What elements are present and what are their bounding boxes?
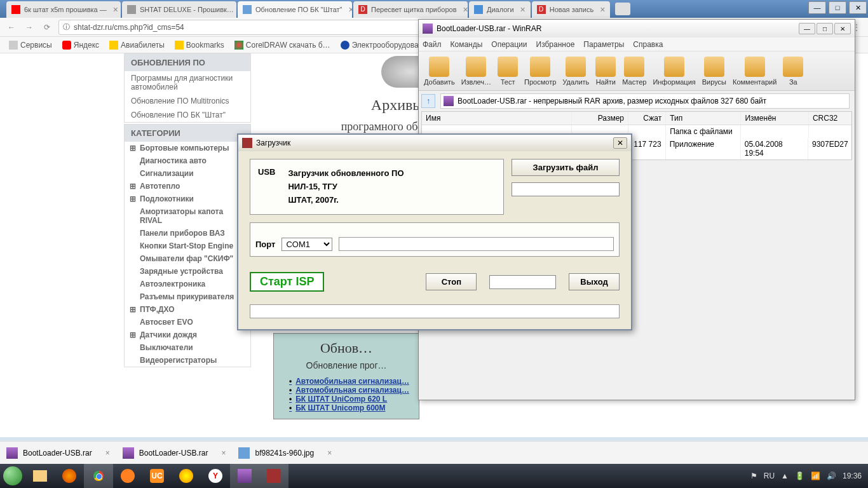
col-size[interactable]: Размер bbox=[572, 112, 628, 125]
browser-tab-active[interactable]: Обновление ПО БК "Штат"× bbox=[238, 1, 352, 18]
reload-button[interactable]: ⟳ bbox=[41, 21, 53, 34]
category-item[interactable]: Разъемы прикуривателя bbox=[125, 290, 250, 303]
category-item[interactable]: ПТФ,ДХО bbox=[125, 303, 250, 316]
browser-tab[interactable]: DНовая запись× bbox=[532, 1, 611, 18]
apps-button[interactable]: Сервисы bbox=[5, 39, 56, 51]
battery-icon[interactable]: 🔋 bbox=[795, 471, 804, 480]
category-item[interactable]: Сигнализации bbox=[125, 167, 250, 180]
category-item[interactable]: Диагностика авто bbox=[125, 154, 250, 167]
category-item[interactable]: Автотепло bbox=[125, 180, 250, 193]
tray-flag-icon[interactable]: ⚑ bbox=[750, 471, 757, 480]
task-explorer[interactable] bbox=[25, 464, 55, 488]
close-icon[interactable]: × bbox=[105, 449, 110, 458]
start-isp-button[interactable]: Старт ISP bbox=[250, 272, 324, 292]
close-icon[interactable]: × bbox=[520, 4, 526, 15]
download-link[interactable]: БК ШТАТ UniComp 620 L bbox=[289, 395, 412, 403]
sidebar-link[interactable]: Программы для диагностики автомобилей bbox=[125, 71, 250, 94]
col-pack[interactable]: Сжат bbox=[628, 112, 666, 125]
explorer-item[interactable]: bf98241s-960.jpg× bbox=[238, 447, 332, 459]
loader-titlebar[interactable]: Загрузчик ✕ bbox=[238, 135, 631, 151]
tray-icon[interactable]: ▲ bbox=[781, 471, 789, 480]
download-link[interactable]: Автомобильная сигнализац… bbox=[289, 377, 412, 386]
download-link[interactable]: Автомобильная сигнализац… bbox=[289, 386, 412, 395]
category-item[interactable]: Амортизаторы капота RIVAL bbox=[125, 205, 250, 227]
col-type[interactable]: Тип bbox=[666, 112, 741, 125]
download-link[interactable]: БК ШТАТ Unicomp 600M bbox=[289, 403, 412, 412]
col-crc[interactable]: CRC32 bbox=[809, 112, 851, 125]
winrar-titlebar[interactable]: BootLoader-USB.rar - WinRAR — □ ✕ bbox=[419, 20, 855, 37]
volume-icon[interactable]: 🔊 bbox=[827, 471, 836, 480]
toolbar-button[interactable]: Информация bbox=[650, 55, 698, 87]
toolbar-button[interactable]: Извлеч… bbox=[459, 55, 494, 87]
bookmark-item[interactable]: CorelDRAW скачать б… bbox=[231, 39, 334, 51]
task-yandex[interactable]: Y bbox=[201, 464, 230, 488]
new-tab-button[interactable] bbox=[615, 3, 630, 15]
task-uc[interactable]: UC bbox=[142, 464, 172, 488]
menu-item[interactable]: Файл bbox=[423, 40, 442, 49]
menu-item[interactable]: Операции bbox=[491, 40, 527, 49]
port-select[interactable]: COM1 bbox=[281, 238, 332, 251]
close-icon[interactable]: × bbox=[600, 4, 605, 15]
close-icon[interactable]: × bbox=[349, 4, 353, 15]
clock[interactable]: 19:36 bbox=[843, 471, 862, 480]
category-item[interactable]: Видеорегистраторы bbox=[125, 354, 250, 367]
category-item[interactable]: Кнопки Start-Stop Engine bbox=[125, 240, 250, 252]
toolbar-button[interactable]: За bbox=[780, 55, 806, 87]
sidebar-link[interactable]: Обновление ПО Multitronics bbox=[125, 94, 250, 108]
toolbar-button[interactable]: Тест bbox=[495, 55, 520, 87]
task-loader[interactable] bbox=[259, 464, 288, 488]
close-icon[interactable]: × bbox=[113, 4, 118, 15]
back-button[interactable]: ← bbox=[5, 21, 18, 34]
network-icon[interactable]: 📶 bbox=[811, 471, 820, 480]
browser-tab[interactable]: SHTAT DELUXE - Прошивк…× bbox=[122, 1, 236, 18]
category-item[interactable]: Датчики дождя bbox=[125, 329, 250, 341]
browser-tab[interactable]: 6к штат x5m прошивка —× bbox=[6, 1, 121, 18]
category-item[interactable]: Зарядные устройства bbox=[125, 265, 250, 278]
toolbar-button[interactable]: Найти bbox=[593, 55, 618, 87]
category-item[interactable]: Бортовые компьютеры bbox=[125, 142, 250, 154]
path-bar[interactable]: BootLoader-USB.rar - непрерывный RAR арх… bbox=[440, 93, 850, 109]
start-button[interactable] bbox=[0, 464, 25, 488]
load-file-button[interactable]: Загрузить файл bbox=[512, 159, 620, 176]
category-item[interactable]: Выключатели bbox=[125, 341, 250, 354]
forward-button[interactable]: → bbox=[23, 21, 36, 34]
maximize-button[interactable]: □ bbox=[817, 23, 833, 34]
task-chrome[interactable] bbox=[84, 464, 113, 488]
menu-item[interactable]: Справка bbox=[633, 40, 663, 49]
toolbar-button[interactable]: Удалить bbox=[560, 55, 592, 87]
task-media[interactable] bbox=[113, 464, 142, 488]
menu-item[interactable]: Параметры bbox=[583, 40, 624, 49]
sidebar-link[interactable]: Обновление ПО БК "Штат" bbox=[125, 108, 250, 122]
task-winrar[interactable] bbox=[230, 464, 259, 488]
toolbar-button[interactable]: Просмотр bbox=[522, 55, 559, 87]
close-icon[interactable]: × bbox=[221, 449, 226, 458]
toolbar-button[interactable]: Добавить bbox=[421, 55, 458, 87]
menu-item[interactable]: Команды bbox=[451, 40, 483, 49]
col-date[interactable]: Изменён bbox=[741, 112, 808, 125]
category-item[interactable]: Панели приборов ВАЗ bbox=[125, 227, 250, 240]
bookmark-item[interactable]: Яндекс bbox=[58, 39, 103, 51]
col-name[interactable]: Имя bbox=[422, 112, 572, 125]
toolbar-button[interactable]: Вирусы bbox=[700, 55, 729, 87]
up-button[interactable]: ↑ bbox=[421, 94, 435, 108]
close-button[interactable]: ✕ bbox=[849, 1, 867, 14]
close-button[interactable]: ✕ bbox=[834, 23, 851, 34]
stop-button[interactable]: Стоп bbox=[426, 273, 477, 290]
category-item[interactable]: Автосвет EVO bbox=[125, 316, 250, 329]
category-item[interactable]: Подлокотники bbox=[125, 193, 250, 205]
minimize-button[interactable]: — bbox=[799, 23, 815, 34]
language-indicator[interactable]: RU bbox=[764, 471, 775, 480]
category-item[interactable]: Автоэлектроника bbox=[125, 278, 250, 290]
maximize-button[interactable]: □ bbox=[829, 1, 846, 14]
menu-item[interactable]: Избранное bbox=[536, 40, 575, 49]
category-item[interactable]: Омыватели фар "СКИФ" bbox=[125, 252, 250, 265]
task-firefox[interactable] bbox=[55, 464, 84, 488]
close-button[interactable]: ✕ bbox=[613, 137, 627, 149]
bookmark-item[interactable]: Авиабилеты bbox=[105, 39, 168, 51]
browser-tab[interactable]: Диалоги× bbox=[469, 1, 531, 18]
file-field[interactable] bbox=[512, 182, 620, 196]
exit-button[interactable]: Выход bbox=[569, 273, 620, 290]
close-icon[interactable]: × bbox=[327, 449, 332, 458]
bookmark-item[interactable]: Bookmarks bbox=[171, 39, 228, 51]
toolbar-button[interactable]: Комментарий bbox=[730, 55, 779, 87]
